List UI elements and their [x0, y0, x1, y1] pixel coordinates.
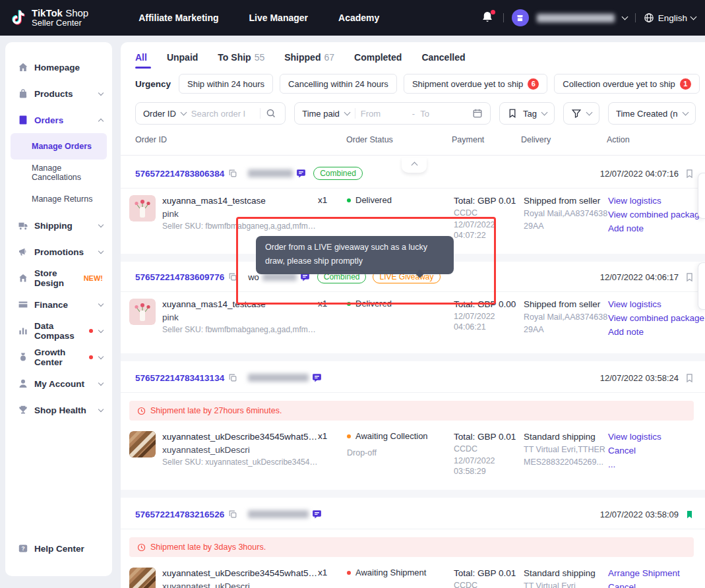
tag-filter[interactable]: Tag	[499, 102, 555, 125]
view-logistics-link[interactable]: View logistics	[608, 195, 704, 206]
sidebar-item-data-compass[interactable]: Data Compass	[5, 318, 112, 344]
sidebar-item-manage-returns[interactable]: Manage Returns	[11, 186, 107, 212]
tiktok-shop-logo[interactable]: TikTok Shop Seller Center	[11, 8, 88, 28]
notifications-bell-icon[interactable]	[481, 11, 495, 25]
date-from-field[interactable]: From	[361, 109, 407, 119]
chip-ship-within-24h[interactable]: Ship within 24 hours	[179, 74, 273, 94]
copy-icon[interactable]	[228, 373, 237, 382]
col-order-status: Order Status	[346, 135, 452, 144]
order-id-link[interactable]: 576572214783609776	[135, 272, 224, 282]
search-input[interactable]	[191, 109, 255, 119]
product-name[interactable]: xuyannatest_ukDescribe34545what5yu4a...	[162, 568, 318, 579]
sidebar-item-products[interactable]: Products	[5, 80, 112, 107]
sort-order-select[interactable]: Time Created (nev	[608, 102, 696, 125]
copy-icon[interactable]	[228, 510, 237, 519]
tab-unpaid[interactable]: Unpaid	[167, 52, 198, 69]
credit-card-icon	[18, 299, 28, 310]
product-name[interactable]: xuyannatest_ukDescribe34545what5yu4a...	[162, 431, 318, 442]
product-image[interactable]	[129, 431, 156, 457]
chevron-down-icon[interactable]	[344, 109, 350, 116]
add-note-link[interactable]: Add note	[608, 326, 704, 338]
copy-icon[interactable]	[228, 169, 237, 178]
sidebar-item-my-account[interactable]: My Account	[5, 370, 112, 397]
sidebar-item-homepage[interactable]: Homepage	[5, 54, 112, 80]
tab-all[interactable]: All	[135, 52, 147, 69]
collapse-list-button[interactable]	[402, 158, 427, 173]
view-combined-package-link[interactable]: View combined package	[608, 209, 704, 220]
buyer-name[interactable]	[248, 374, 309, 382]
chip-cancelling-within-24h[interactable]: Cancelling within 24 hours	[280, 74, 397, 94]
bookmark-icon[interactable]	[685, 169, 694, 179]
chevron-down-icon[interactable]	[180, 109, 187, 116]
sidebar-item-growth-center[interactable]: Growth Center	[5, 344, 112, 370]
floating-panel-partial[interactable]	[698, 173, 705, 219]
chip-shipment-overdue[interactable]: Shipment overdue yet to ship6	[404, 74, 547, 94]
more-actions-link[interactable]: ...	[608, 459, 694, 470]
product-name[interactable]: xuyanna_mas14_testcase	[162, 195, 318, 206]
sidebar-item-promotions[interactable]: Promotions	[5, 239, 112, 265]
help-icon: ?	[18, 543, 28, 554]
nav-live-manager[interactable]: Live Manager	[249, 13, 308, 23]
product-name[interactable]: xuyanna_mas14_testcase	[162, 299, 318, 310]
chat-icon[interactable]	[311, 372, 322, 384]
floating-panel-partial[interactable]	[698, 262, 705, 310]
date-to-field[interactable]: To	[420, 109, 460, 119]
chat-icon[interactable]	[295, 168, 307, 179]
view-logistics-link[interactable]: View logistics	[608, 299, 704, 310]
product-image[interactable]	[129, 299, 156, 325]
sidebar-item-store-design[interactable]: Store Design NEW!	[5, 265, 112, 291]
account-chevron-down-icon[interactable]	[621, 14, 628, 20]
product-image[interactable]	[129, 195, 156, 221]
cancel-link[interactable]: Cancel	[608, 581, 694, 588]
order-id-link[interactable]: 576572214783413134	[135, 373, 224, 383]
sidebar-item-finance[interactable]: Finance	[5, 291, 112, 318]
nav-affiliate-marketing[interactable]: Affiliate Marketing	[138, 13, 218, 23]
payment-time: 12/07/2022 03:58:29	[454, 456, 524, 477]
payment-time: 12/07/2022 04:06:21	[454, 311, 524, 332]
sidebar-item-shop-health[interactable]: Shop Health	[5, 397, 112, 423]
tab-completed[interactable]: Completed	[354, 52, 402, 69]
order-id-link[interactable]: 576572214783806384	[135, 169, 224, 179]
sidebar-item-manage-cancellations[interactable]: Manage Cancellations	[11, 160, 107, 186]
sidebar-item-help-center[interactable]: ? Help Center	[5, 535, 112, 562]
chip-collection-overdue[interactable]: Collection overdue yet to ship1	[554, 74, 700, 94]
add-note-link[interactable]: Add note	[608, 223, 704, 234]
time-paid-filter: Time paid From - To	[294, 102, 491, 125]
buyer-name[interactable]	[248, 510, 309, 518]
group-separator	[121, 490, 705, 498]
buyer-name[interactable]	[248, 169, 293, 177]
sidebar-item-shipping[interactable]: Shipping	[5, 212, 112, 239]
copy-icon[interactable]	[228, 272, 237, 281]
order-id-link[interactable]: 576572214783216526	[135, 510, 224, 519]
bookmark-icon[interactable]	[685, 272, 694, 282]
avatar[interactable]	[512, 9, 529, 26]
calendar-icon[interactable]	[472, 108, 483, 119]
language-selector[interactable]: English	[644, 13, 696, 23]
bookmark-icon[interactable]	[685, 373, 694, 383]
view-logistics-link[interactable]: View logistics	[608, 431, 694, 442]
orders-panel: All Unpaid To Ship55 Shipped67 Completed…	[121, 42, 705, 588]
order-created-time: 12/07/2022 04:06:17	[600, 272, 679, 282]
nav-academy[interactable]: Academy	[338, 13, 379, 23]
tab-cancelled[interactable]: Cancelled	[421, 52, 465, 69]
product-image[interactable]	[129, 568, 156, 588]
sidebar-item-manage-orders[interactable]: Manage Orders	[11, 133, 107, 160]
time-paid-select[interactable]: Time paid	[302, 109, 340, 119]
bar-chart-icon	[18, 326, 28, 336]
arrange-shipment-link[interactable]: Arrange Shipment	[608, 568, 694, 579]
cancel-link[interactable]: Cancel	[608, 445, 694, 456]
sidebar-item-orders[interactable]: Orders	[5, 107, 112, 133]
bookmark-icon-active[interactable]	[685, 510, 694, 519]
search-type-select[interactable]: Order ID	[143, 109, 176, 119]
tab-shipped[interactable]: Shipped67	[284, 52, 334, 69]
tab-to-ship[interactable]: To Ship55	[218, 52, 264, 69]
delivery-tracking: MES288322045269...	[524, 457, 608, 467]
chat-icon[interactable]	[311, 509, 322, 520]
logo-brand: TikTok	[32, 7, 63, 18]
search-icon[interactable]	[266, 108, 276, 119]
more-filters[interactable]	[563, 102, 599, 125]
payment-method: CCDC	[454, 580, 524, 588]
view-combined-package-link[interactable]: View combined package	[608, 312, 704, 324]
order-search-box: Order ID	[135, 102, 286, 125]
date-range-separator: -	[412, 109, 415, 119]
